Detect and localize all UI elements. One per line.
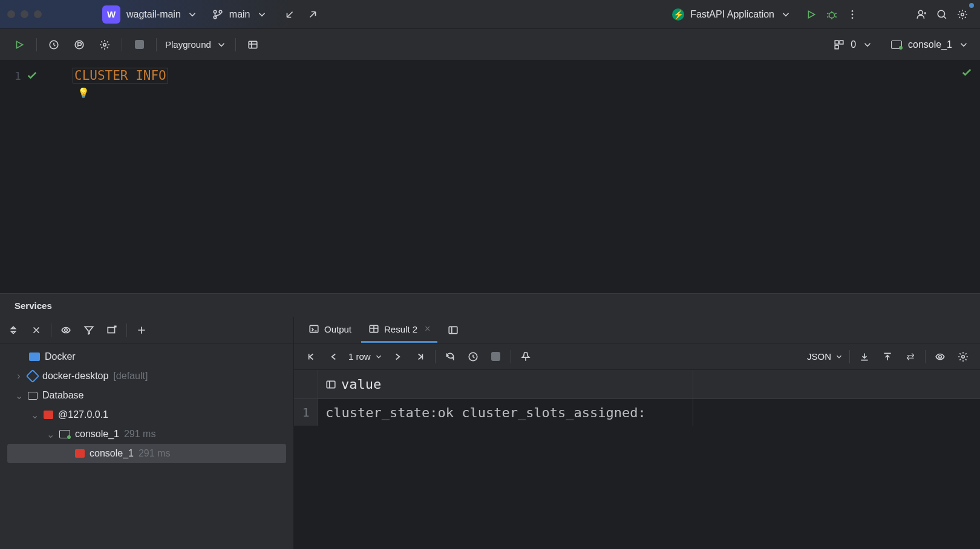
history-button[interactable]	[465, 348, 482, 365]
download-button[interactable]	[856, 348, 873, 365]
add-button[interactable]	[133, 322, 150, 339]
tree-node-docker[interactable]: Docker	[7, 347, 286, 366]
code-text: CLUSTER INFO	[73, 68, 168, 83]
tree-time: 291 ms	[139, 448, 170, 459]
execute-button[interactable]	[11, 36, 28, 53]
refresh-button[interactable]	[442, 348, 459, 365]
tree-label: @127.0.0.1	[58, 409, 108, 420]
gear-icon	[957, 9, 968, 20]
pull-button[interactable]	[279, 4, 300, 25]
layout-toggle[interactable]	[445, 322, 462, 339]
result-pane: Output Result 2 × 1 row	[294, 317, 980, 549]
layout-button[interactable]	[244, 36, 261, 53]
settings-button[interactable]	[96, 36, 113, 53]
svg-point-12	[103, 43, 106, 46]
tree-label: Docker	[45, 351, 76, 362]
collapse-icon	[31, 325, 42, 336]
svg-point-6	[852, 18, 852, 18]
view-button[interactable]	[57, 322, 74, 339]
result-grid: value 1 cluster_state:ok cluster_slots_a…	[294, 370, 980, 549]
bulb-icon[interactable]: 💡	[77, 87, 168, 99]
pin-button[interactable]	[517, 348, 534, 365]
table-icon	[247, 39, 258, 50]
compare-button[interactable]	[902, 348, 919, 365]
settings-button[interactable]	[952, 4, 973, 25]
prev-page-button[interactable]	[325, 348, 342, 365]
row-number: 1	[294, 399, 318, 426]
plus-icon	[136, 325, 147, 336]
close-icon[interactable]: ×	[425, 323, 430, 334]
upload-button[interactable]	[879, 348, 896, 365]
divider	[511, 350, 511, 363]
tree-suffix: [default]	[113, 371, 148, 382]
row-count-selector[interactable]: 1 row	[348, 351, 383, 362]
download-icon	[859, 351, 870, 362]
new-window-button[interactable]	[103, 322, 120, 339]
svg-point-3	[829, 12, 835, 18]
chevron-down-icon	[780, 9, 791, 20]
code-content[interactable]: CLUSTER INFO 💡	[73, 60, 168, 293]
close-dot[interactable]	[7, 10, 15, 18]
collab-button[interactable]	[911, 4, 932, 25]
minimize-dot[interactable]	[21, 10, 28, 18]
titlebar: W wagtail-main main ⚡ FastAPI Applicatio…	[0, 0, 980, 29]
folder-icon	[28, 392, 38, 400]
debug-button[interactable]	[822, 4, 842, 25]
check-icon	[26, 70, 38, 82]
tree-node-db-host[interactable]: ⌄ @127.0.0.1	[7, 405, 286, 424]
tree-label: Database	[42, 390, 84, 401]
more-vertical-icon	[847, 9, 858, 20]
editor[interactable]: 1 CLUSTER INFO 💡	[0, 60, 980, 294]
grid-header: value	[294, 370, 980, 399]
maximize-dot[interactable]	[34, 10, 42, 18]
panel-title-text: Services	[15, 300, 52, 311]
cell-value[interactable]: cluster_state:ok cluster_slots_assigned:	[318, 399, 693, 426]
svg-rect-14	[835, 41, 838, 44]
terminal-icon	[309, 323, 319, 334]
grid-row[interactable]: 1 cluster_state:ok cluster_slots_assigne…	[294, 399, 980, 426]
expand-button[interactable]	[5, 322, 22, 339]
search-button[interactable]	[932, 4, 952, 25]
column-header[interactable]: value	[318, 370, 693, 398]
last-icon	[415, 351, 426, 362]
tree-node-console[interactable]: ⌄ console_1 291 ms	[7, 424, 286, 444]
project-icon: W	[102, 5, 120, 24]
tab-result[interactable]: Result 2 ×	[361, 317, 437, 343]
tree-node-database[interactable]: ⌄ Database	[7, 386, 286, 405]
divider	[36, 38, 37, 51]
svg-point-5	[852, 14, 852, 15]
inspection-status[interactable]	[961, 67, 973, 80]
format-selector[interactable]: JSON	[807, 351, 843, 362]
svg-point-17	[65, 328, 68, 331]
run-config-selector[interactable]: ⚡ FastAPI Application	[672, 8, 791, 21]
services-tree: Docker › docker-desktop [default] ⌄ Data…	[0, 343, 293, 463]
more-button[interactable]	[842, 4, 863, 25]
filter-button[interactable]	[80, 322, 97, 339]
project-selector[interactable]: wagtail-main	[126, 9, 198, 20]
line-number: 1	[15, 70, 21, 82]
stop-button[interactable]	[131, 36, 148, 53]
tree-node-console-leaf[interactable]: console_1 291 ms	[7, 444, 286, 463]
search-icon	[936, 9, 947, 20]
branch-selector[interactable]: main	[212, 9, 267, 20]
stop-button[interactable]	[488, 348, 505, 365]
first-page-button[interactable]	[302, 348, 319, 365]
playground-selector[interactable]: Playground	[165, 39, 227, 50]
gutter: 1	[0, 60, 73, 293]
view-button[interactable]	[932, 348, 949, 365]
plan-button[interactable]	[71, 36, 88, 53]
next-page-button[interactable]	[389, 348, 406, 365]
console-selector[interactable]: console_1	[891, 39, 969, 50]
sessions-count[interactable]: 0	[834, 39, 873, 50]
history-button[interactable]	[45, 36, 62, 53]
tab-output[interactable]: Output	[301, 317, 359, 343]
tree-node-docker-desktop[interactable]: › docker-desktop [default]	[7, 366, 286, 386]
last-page-button[interactable]	[412, 348, 429, 365]
chevron-down-icon	[862, 39, 873, 50]
console-icon	[891, 41, 902, 49]
collapse-button[interactable]	[28, 322, 45, 339]
push-button[interactable]	[302, 4, 323, 25]
svg-rect-15	[840, 41, 843, 44]
settings-button[interactable]	[955, 348, 972, 365]
run-button[interactable]	[801, 4, 822, 25]
